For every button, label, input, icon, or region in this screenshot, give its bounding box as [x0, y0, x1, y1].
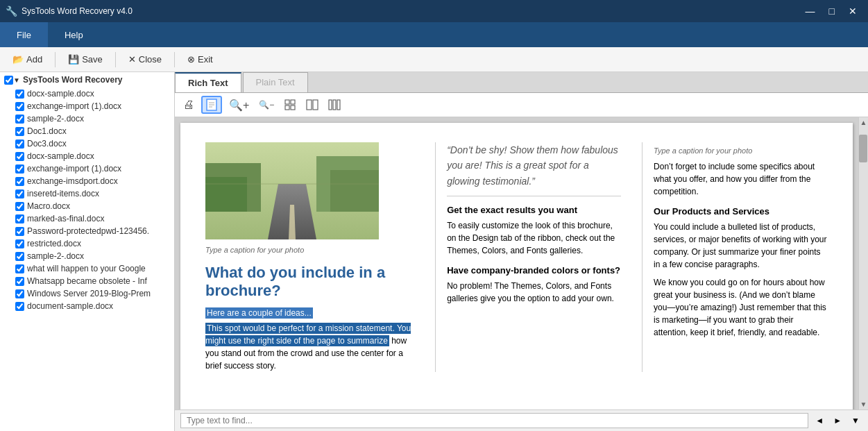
svg-rect-4 — [285, 100, 289, 104]
scroll-track[interactable] — [859, 128, 868, 399]
zoom-out-btn[interactable]: 🔍− — [256, 99, 277, 111]
sidebar-checkbox-10[interactable] — [15, 214, 24, 223]
sidebar-file-label: docx-sample.docx — [27, 151, 94, 161]
tab-rich-text[interactable]: Rich Text — [175, 72, 241, 92]
sidebar-file-label: exchange-imsdport.docx — [27, 176, 118, 186]
doc-column-3: Type a caption for your photo Don’t forg… — [642, 142, 828, 372]
view-grid-btn[interactable] — [281, 97, 299, 112]
sidebar-checkbox-14[interactable] — [15, 264, 24, 273]
sidebar-item[interactable]: exchange-import (1).docx — [0, 100, 174, 112]
menu-help[interactable]: Help — [48, 22, 100, 47]
svg-rect-10 — [329, 100, 332, 110]
svg-rect-9 — [313, 100, 318, 110]
view-col3-btn[interactable] — [325, 97, 343, 112]
col3-caption: Type a caption for your photo — [654, 146, 828, 155]
sidebar-item[interactable]: inseretd-items.docx — [0, 187, 174, 200]
col3-body2: You could include a bulleted list of pro… — [654, 221, 828, 271]
sidebar-checkbox-0[interactable] — [15, 90, 24, 99]
sidebar-checkbox-17[interactable] — [15, 302, 24, 311]
sidebar-item[interactable]: Windows Server 2019-Blog-Prem — [0, 287, 174, 300]
save-label: Save — [82, 54, 103, 65]
svg-rect-11 — [333, 100, 336, 110]
col3-icon — [328, 99, 341, 111]
toolbar-sep-3 — [174, 52, 175, 67]
col2-icon — [306, 99, 318, 111]
sidebar-checkbox-1[interactable] — [15, 102, 24, 111]
sidebar-checkbox-8[interactable] — [15, 189, 24, 198]
sidebar-checkbox-13[interactable] — [15, 252, 24, 261]
menu-file[interactable]: File — [0, 22, 48, 47]
sidebar-item[interactable]: restricted.docx — [0, 237, 174, 250]
sidebar-item[interactable]: exchange-import (1).docx — [0, 162, 174, 175]
sidebar-root-checkbox[interactable] — [4, 76, 13, 85]
sidebar-checkbox-4[interactable] — [15, 140, 24, 149]
svg-rect-7 — [291, 105, 295, 110]
close-button[interactable]: ✕ Close — [121, 51, 169, 67]
search-dropdown-button[interactable]: ▼ — [849, 414, 862, 427]
maximize-button[interactable]: □ — [824, 5, 840, 17]
sidebar-checkbox-5[interactable] — [15, 152, 24, 161]
sidebar-item[interactable]: sample-2-.docx — [0, 250, 174, 262]
sidebar-checkbox-3[interactable] — [15, 127, 24, 136]
sidebar-checkbox-12[interactable] — [15, 239, 24, 248]
search-input[interactable] — [180, 413, 808, 428]
col3-body3: We know you could go on for hours about … — [654, 276, 828, 339]
scroll-thumb[interactable] — [859, 135, 867, 162]
sidebar-item[interactable]: Whatsapp became obsolete - Inf — [0, 275, 174, 287]
sidebar-item[interactable]: Macro.docx — [0, 200, 174, 212]
sidebar-checkbox-7[interactable] — [15, 177, 24, 186]
sidebar-item[interactable]: Password-protectedpwd-123456. — [0, 225, 174, 237]
right-scrollbar: ▲ ▼ — [858, 117, 868, 409]
sidebar-checkbox-2[interactable] — [15, 115, 24, 124]
sidebar-checkbox-16[interactable] — [15, 289, 24, 298]
view-page-btn[interactable] — [201, 96, 222, 114]
sidebar-checkbox-6[interactable] — [15, 164, 24, 174]
save-button[interactable]: 💾 Save — [61, 51, 110, 67]
sidebar-item[interactable]: exchange-imsdport.docx — [0, 175, 174, 187]
sidebar-checkbox-15[interactable] — [15, 277, 24, 286]
sidebar-item[interactable]: docx-sample.docx — [0, 87, 174, 100]
tab-plain-text[interactable]: Plain Text — [243, 72, 308, 92]
view-print-btn[interactable]: 🖨 — [180, 97, 197, 112]
svg-rect-6 — [285, 105, 289, 110]
sidebar-item[interactable]: sample-2-.docx — [0, 112, 174, 125]
sidebar-root[interactable]: ▼ SysTools Word Recovery — [0, 72, 174, 87]
sidebar-checkbox-11[interactable] — [15, 227, 24, 236]
doc-column-2: “Don’t be shy! Show them how fabulous yo… — [435, 142, 621, 372]
sidebar-item[interactable]: what will happen to your Google — [0, 262, 174, 275]
sidebar-item[interactable]: Doc1.docx — [0, 125, 174, 137]
sidebar-item[interactable]: docx-sample.docx — [0, 150, 174, 162]
view-col2-btn[interactable] — [303, 97, 321, 112]
sidebar-item[interactable]: Doc3.docx — [0, 137, 174, 150]
grid-icon — [284, 99, 296, 111]
search-next-button[interactable]: ► — [831, 414, 844, 427]
svg-rect-15 — [205, 177, 247, 212]
window-close-button[interactable]: ✕ — [843, 5, 862, 17]
scroll-up-arrow[interactable]: ▲ — [859, 117, 868, 128]
exit-button[interactable]: ⊗ Exit — [180, 51, 220, 67]
toolbar: 📂 Add 💾 Save ✕ Close ⊗ Exit — [0, 47, 868, 72]
menu-bar: File Help — [0, 22, 868, 47]
add-label: Add — [26, 54, 42, 65]
sidebar-item[interactable]: document-sample.docx — [0, 300, 174, 312]
doc-scroll[interactable]: Type a caption for your photo What do yo… — [175, 117, 868, 409]
search-prev-button[interactable]: ◄ — [812, 414, 826, 427]
sidebar-item[interactable]: marked-as-final.docx — [0, 212, 174, 225]
col2-body1: To easily customize the look of this bro… — [447, 219, 621, 257]
minimize-button[interactable]: — — [800, 5, 821, 17]
title-bar-controls: — □ ✕ — [800, 5, 862, 17]
toolbar-sep-2 — [115, 52, 116, 67]
col2-heading1: Get the exact results you want — [447, 205, 621, 215]
scroll-down-arrow[interactable]: ▼ — [859, 399, 868, 409]
sidebar-file-label: Macro.docx — [27, 201, 70, 211]
sidebar-files: docx-sample.docxexchange-import (1).docx… — [0, 87, 174, 312]
sidebar-file-label: what will happen to your Google — [27, 264, 146, 273]
sidebar-checkbox-9[interactable] — [15, 202, 24, 211]
svg-rect-8 — [307, 100, 312, 110]
sidebar-file-label: Doc3.docx — [27, 139, 67, 149]
zoom-in-btn[interactable]: 🔍+ — [226, 97, 252, 113]
sidebar-root-label: SysTools Word Recovery — [23, 75, 123, 85]
sidebar-file-label: sample-2-.docx — [27, 251, 84, 261]
add-button[interactable]: 📂 Add — [6, 51, 49, 67]
divider — [447, 196, 621, 196]
